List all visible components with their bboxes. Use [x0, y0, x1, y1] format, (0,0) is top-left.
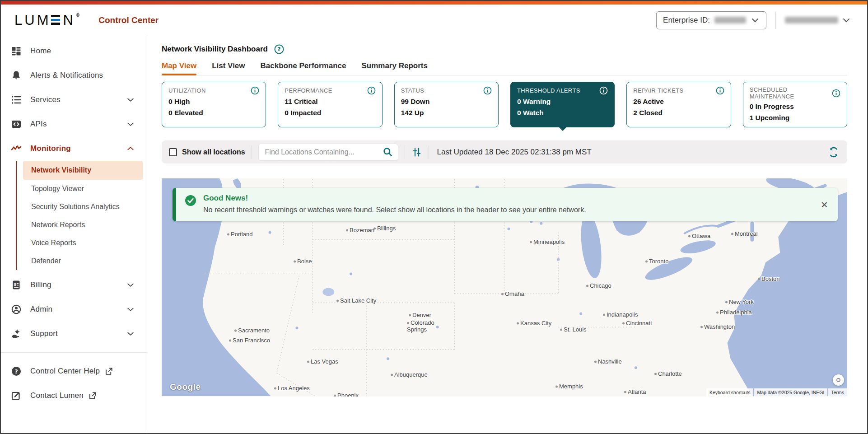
enterprise-id-label: Enterprise ID: — [663, 16, 710, 25]
brand-gradient-stripe — [1, 1, 867, 5]
bell-icon — [11, 70, 22, 81]
card-value: 11 Critical — [285, 97, 375, 106]
help-icon[interactable]: ? — [274, 44, 284, 54]
sidebar-item-topology-viewer[interactable]: Topology Viewer — [23, 180, 143, 198]
map-city-label: Billings — [373, 225, 396, 232]
banner-title: Good News! — [203, 194, 586, 203]
map-city-label: Indianapolis — [603, 311, 638, 318]
info-icon[interactable] — [367, 86, 376, 95]
card-value: 0 Watch — [517, 108, 608, 117]
location-search-input[interactable] — [264, 148, 383, 157]
card-value: 1 Upcoming — [750, 113, 840, 122]
info-icon[interactable] — [251, 86, 259, 95]
map-city-label: Minneapolis — [530, 238, 565, 245]
location-search-box[interactable] — [258, 144, 398, 161]
info-icon[interactable] — [599, 86, 608, 95]
filter-sliders-icon[interactable] — [411, 147, 422, 158]
sidebar-item-security-solutions-analytics[interactable]: Security Solutions Analytics — [23, 198, 143, 216]
sidebar-item-billing[interactable]: $ Billing — [1, 273, 147, 297]
map-city-label: Bozeman — [346, 227, 374, 233]
chevron-down-icon — [126, 280, 135, 289]
card-value: 0 Warning — [517, 97, 608, 106]
banner-message: No recent threshold warnings or watches … — [203, 206, 586, 214]
info-icon[interactable] — [483, 86, 492, 95]
sidebar-item-label: Admin — [30, 305, 52, 314]
sidebar-item-defender[interactable]: Defender — [23, 252, 143, 270]
search-icon[interactable] — [383, 147, 393, 158]
sidebar-item-network-visibility[interactable]: Network Visibility — [23, 161, 143, 180]
sidebar-item-network-reports[interactable]: Network Reports — [23, 216, 143, 234]
card-scheduled-maintenance[interactable]: SCHEDULED MAINTENANCE 0 In Progress 1 Up… — [743, 82, 847, 127]
sidebar-item-contact-lumen[interactable]: Contact Lumen — [1, 383, 147, 408]
registered-mark: ® — [76, 13, 79, 18]
sidebar-item-control-center-help[interactable]: ? Control Center Help — [1, 359, 147, 383]
map-city-label: Denver — [409, 312, 431, 318]
card-performance[interactable]: PERFORMANCE 11 Critical 0 Impacted — [278, 82, 382, 127]
lumen-logo[interactable]: LUM N ® — [14, 13, 79, 27]
enterprise-id-value-redacted — [714, 17, 746, 23]
keyboard-shortcuts-link[interactable]: Keyboard shortcuts — [706, 388, 753, 397]
card-repair-tickets[interactable]: REPAIR TICKETS 26 Active 2 Closed — [626, 82, 731, 127]
sidebar-item-apis[interactable]: APIs — [1, 112, 147, 136]
map-filter-bar: Show all locations Last Updated 18 Dec 2… — [162, 140, 847, 163]
header-right: Enterprise ID: — [656, 11, 851, 29]
refresh-icon[interactable] — [828, 147, 839, 158]
tab-backbone-performance[interactable]: Backbone Performance — [261, 61, 346, 75]
sidebar-item-label: Monitoring — [30, 144, 71, 153]
sidebar-item-monitoring[interactable]: Monitoring — [1, 136, 147, 161]
user-icon — [11, 304, 22, 315]
show-all-locations-checkbox[interactable] — [169, 148, 177, 156]
view-tabs: Map View List View Backbone Performance … — [162, 61, 847, 75]
sidebar-item-admin[interactable]: Admin — [1, 297, 147, 322]
top-header: LUM N ® Control Center Enterprise ID: — [1, 5, 867, 36]
enterprise-id-dropdown[interactable]: Enterprise ID: — [656, 11, 766, 29]
filter-divider — [429, 145, 429, 159]
tab-summary-reports[interactable]: Summary Reports — [361, 61, 427, 75]
compose-icon — [11, 390, 22, 401]
chevron-up-icon — [126, 144, 135, 153]
sidebar-item-alerts-notifications[interactable]: Alerts & Notifications — [1, 63, 147, 88]
card-value: 2 Closed — [633, 108, 724, 117]
map[interactable]: PortlandBoiseBozemanBillingsMinneapolisO… — [162, 178, 847, 397]
info-icon[interactable] — [832, 89, 840, 98]
map-city-label: Salt Lake City — [336, 297, 376, 304]
filter-divider — [405, 145, 405, 159]
map-control-glyph — [836, 378, 840, 382]
sidebar-item-home[interactable]: Home — [1, 39, 147, 63]
sidebar-item-label: Contact Lumen — [30, 391, 84, 400]
card-value: 26 Active — [633, 97, 724, 106]
map-city-label: Las Vegas — [307, 358, 338, 365]
close-icon[interactable]: × — [821, 199, 828, 210]
map-city-label: Montreal — [731, 230, 758, 237]
code-icon — [11, 119, 22, 130]
svg-text:?: ? — [14, 368, 18, 375]
tab-list-view[interactable]: List View — [212, 61, 245, 75]
sidebar-item-voice-reports[interactable]: Voice Reports — [23, 234, 143, 252]
last-updated-text: Last Updated 18 Dec 2025 02:31:38 pm MST — [437, 148, 592, 157]
map-city-label: San Francisco — [229, 337, 270, 344]
home-grid-icon — [11, 46, 22, 56]
sidebar-item-services[interactable]: Services — [1, 88, 147, 112]
info-icon[interactable] — [716, 86, 724, 95]
sidebar-item-support[interactable]: Support — [1, 322, 147, 346]
tab-map-view[interactable]: Map View — [162, 61, 196, 75]
card-threshold-alerts[interactable]: THRESHOLD ALERTS 0 Warning 0 Watch — [510, 82, 615, 127]
chevron-down-icon — [842, 16, 851, 25]
terms-link[interactable]: Terms — [828, 388, 847, 397]
user-menu[interactable] — [785, 16, 851, 25]
page-title: Network Visibility Dashboard — [162, 45, 268, 54]
external-link-icon — [104, 367, 113, 376]
card-label: STATUS — [401, 87, 425, 94]
chevron-down-icon — [126, 329, 135, 338]
map-city-label: Philadelphia — [716, 309, 752, 316]
google-logo[interactable]: Google — [170, 382, 201, 392]
chevron-down-icon — [126, 305, 135, 314]
map-attribution: Keyboard shortcuts Map data ©2025 Google… — [706, 388, 847, 397]
map-city-label: Toronto — [645, 258, 668, 265]
sidebar-item-label: Support — [30, 329, 58, 338]
sidebar-item-label: Alerts & Notifications — [30, 71, 103, 80]
card-utilization[interactable]: UTILIZATION 0 High 0 Elevated — [162, 82, 266, 127]
card-status[interactable]: STATUS 99 Down 142 Up — [394, 82, 499, 127]
card-value: 99 Down — [401, 97, 492, 106]
map-city-label: Sacramento — [234, 327, 270, 334]
